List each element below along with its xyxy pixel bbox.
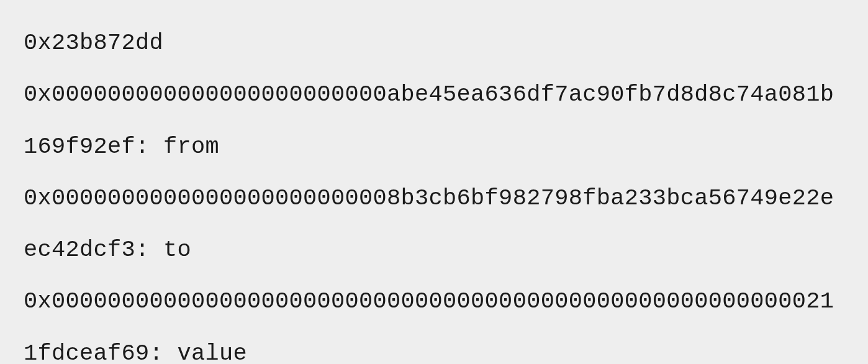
function-selector: 0x23b872dd: [24, 30, 163, 56]
param-value-label: : value: [150, 340, 248, 365]
param-to-label: : to: [135, 237, 191, 263]
param-from-label: : from: [135, 134, 219, 160]
calldata-block: 0x23b872dd 0x000000000000000000000000abe…: [24, 17, 844, 364]
param-value-hex: 0x00000000000000000000000000000000000000…: [24, 288, 834, 364]
